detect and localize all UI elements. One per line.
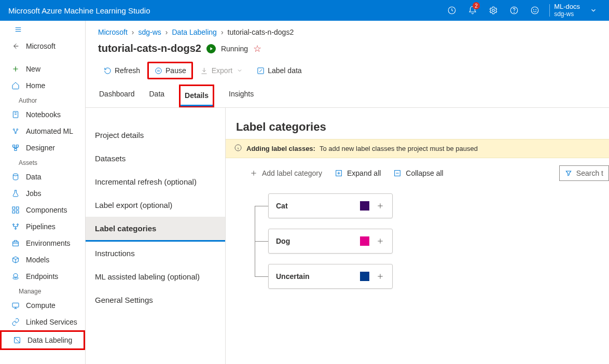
detail-nav-label-categories[interactable]: Label categories: [86, 217, 225, 242]
sidebar-item-pipelines[interactable]: Pipelines: [0, 218, 85, 235]
category-card[interactable]: Uncertain: [268, 264, 393, 289]
sidebar-item-compute[interactable]: Compute: [0, 297, 85, 314]
endpoints-icon: [11, 272, 20, 281]
category-card[interactable]: Dog: [268, 229, 393, 254]
label-icon: [13, 336, 21, 344]
svg-point-4: [531, 7, 538, 14]
expand-all-button[interactable]: Expand all: [335, 169, 381, 177]
sidebar-item-endpoints[interactable]: Endpoints: [0, 268, 85, 285]
svg-rect-22: [13, 242, 19, 246]
detail-nav-general-settings[interactable]: General Settings: [86, 288, 225, 312]
back-button[interactable]: Microsoft: [0, 38, 85, 54]
svg-rect-17: [12, 211, 15, 213]
automl-icon: [11, 127, 20, 135]
refresh-button[interactable]: Refresh: [98, 63, 145, 78]
svg-point-19: [13, 224, 15, 226]
sidebar-item-notebooks[interactable]: Notebooks: [0, 106, 85, 123]
components-icon: [11, 206, 20, 214]
sidebar-item-new[interactable]: New: [0, 61, 85, 77]
sidebar-item-data[interactable]: Data: [0, 169, 85, 185]
info-icon: [234, 144, 242, 153]
sidebar-item-data-labeling[interactable]: Data Labeling: [0, 330, 85, 350]
detail-nav-label-export[interactable]: Label export (optional): [86, 193, 225, 217]
add-label-category-button[interactable]: Add label category: [250, 169, 322, 177]
export-icon: [200, 66, 209, 75]
breadcrumb-link[interactable]: sdg-ws: [138, 28, 161, 36]
chevron-down-icon[interactable]: [583, 0, 604, 21]
svg-point-5: [534, 9, 534, 10]
sidebar-item-jobs[interactable]: Jobs: [0, 185, 85, 202]
chevron-down-icon: [236, 66, 244, 75]
sidebar-item-automl[interactable]: Automated ML: [0, 123, 85, 139]
tab-data[interactable]: Data: [149, 85, 165, 107]
link-icon: [11, 318, 20, 326]
detail-nav-ml-assisted[interactable]: ML assisted labeling (optional): [86, 265, 225, 288]
home-icon: [11, 81, 20, 90]
status-text: Running: [221, 45, 248, 53]
label-data-button[interactable]: Label data: [251, 63, 307, 78]
app-title: Microsoft Azure Machine Learning Studio: [8, 6, 441, 15]
tab-details[interactable]: Details: [179, 85, 214, 107]
svg-rect-13: [15, 148, 17, 150]
tab-insights[interactable]: Insights: [229, 85, 254, 107]
breadcrumb-link[interactable]: Data Labeling: [172, 28, 217, 36]
section-author: Author: [0, 94, 85, 106]
sidebar-item-designer[interactable]: Designer: [0, 139, 85, 156]
pipeline-icon: [11, 222, 20, 231]
refresh-icon: [103, 66, 112, 75]
category-label: Cat: [276, 202, 360, 210]
plus-icon: [11, 65, 20, 73]
info-bar: Adding label classes: To add new label c…: [226, 139, 609, 158]
sidebar-item-models[interactable]: Models: [0, 251, 85, 268]
help-icon[interactable]: [504, 0, 524, 21]
svg-point-21: [15, 228, 17, 230]
breadcrumb-link[interactable]: Microsoft: [98, 28, 128, 36]
search-input[interactable]: Search t: [559, 165, 609, 181]
hamburger-icon[interactable]: [0, 21, 85, 38]
notification-badge: 2: [473, 2, 480, 9]
detail-nav-instructions[interactable]: Instructions: [86, 242, 225, 265]
add-child-button[interactable]: [376, 272, 385, 281]
category-card[interactable]: Cat: [268, 193, 393, 218]
sidebar-item-linked-services[interactable]: Linked Services: [0, 314, 85, 330]
export-button: Export: [195, 63, 249, 78]
designer-icon: [11, 144, 20, 152]
svg-rect-24: [12, 303, 19, 307]
play-circle-icon: [206, 44, 216, 53]
svg-rect-7: [13, 111, 18, 118]
back-arrow-icon: [11, 42, 20, 50]
add-child-button[interactable]: [376, 201, 385, 211]
svg-point-3: [514, 12, 515, 12]
svg-rect-15: [12, 207, 15, 209]
detail-nav-incremental-refresh[interactable]: Incremental refresh (optional): [86, 170, 225, 193]
svg-point-10: [15, 132, 17, 134]
history-icon[interactable]: [441, 0, 462, 21]
section-manage: Manage: [0, 285, 85, 297]
collapse-all-button[interactable]: Collapse all: [393, 169, 443, 177]
flask-icon: [11, 189, 20, 198]
favorite-star-icon[interactable]: ☆: [253, 43, 261, 54]
add-child-button[interactable]: [376, 236, 385, 246]
sidebar-item-components[interactable]: Components: [0, 202, 85, 218]
category-label: Uncertain: [276, 272, 360, 281]
notifications-icon[interactable]: 2: [462, 0, 483, 21]
notebook-icon: [11, 110, 20, 119]
svg-point-9: [17, 129, 18, 130]
svg-point-1: [492, 9, 495, 12]
breadcrumb-current: tutorial-cats-n-dogs2: [228, 28, 294, 36]
pause-button[interactable]: Pause: [147, 62, 193, 79]
tab-dashboard[interactable]: Dashboard: [99, 85, 135, 107]
sidebar-item-environments[interactable]: Environments: [0, 235, 85, 251]
models-icon: [11, 256, 20, 264]
color-swatch: [360, 272, 369, 281]
edit-box-icon: [256, 66, 265, 75]
detail-nav-datasets[interactable]: Datasets: [86, 147, 225, 170]
feedback-icon[interactable]: [524, 0, 545, 21]
sidebar-item-home[interactable]: Home: [0, 77, 85, 94]
settings-icon[interactable]: [483, 0, 504, 21]
workspace-picker[interactable]: ML-docs sdg-ws: [554, 3, 583, 17]
svg-point-26: [155, 67, 161, 73]
svg-point-20: [17, 224, 19, 226]
environments-icon: [11, 239, 20, 247]
detail-nav-project-details[interactable]: Project details: [86, 123, 225, 147]
